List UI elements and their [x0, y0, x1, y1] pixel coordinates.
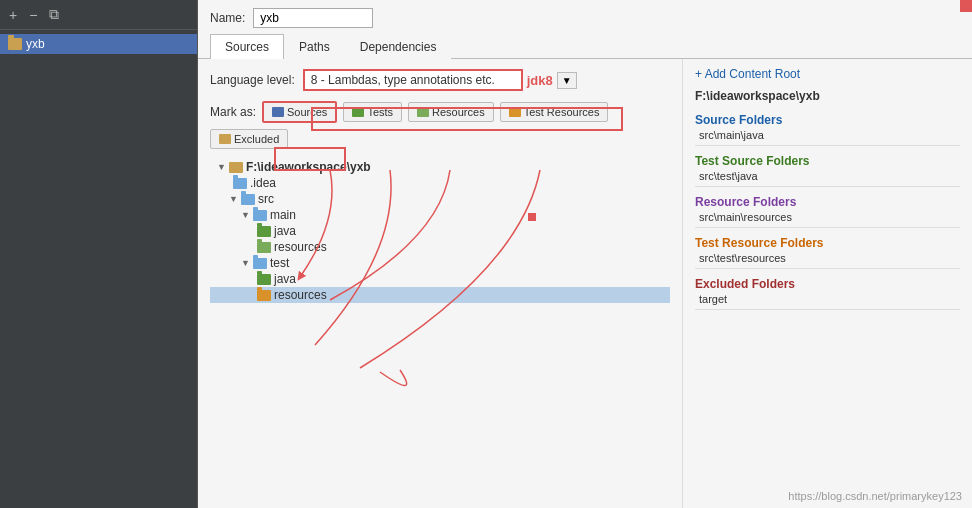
- resources-icon: [417, 107, 429, 117]
- excluded-icon: [219, 134, 231, 144]
- mark-as-excluded-button[interactable]: Excluded: [210, 129, 288, 149]
- name-input[interactable]: [253, 8, 373, 28]
- tree-row-main-resources[interactable]: resources: [210, 239, 670, 255]
- language-level-label: Language level:: [210, 73, 295, 87]
- tree-row-src[interactable]: ▼ src: [210, 191, 670, 207]
- expand-icon-test: ▼: [241, 258, 250, 268]
- test-resources-button-label: Test Resources: [524, 106, 600, 118]
- tree-row-test-java[interactable]: java: [210, 271, 670, 287]
- file-tree: ▼ F:\ideaworkspace\yxb .idea: [210, 159, 670, 303]
- mark-as-test-resources-button[interactable]: Test Resources: [500, 102, 609, 122]
- expand-icon-root: ▼: [217, 162, 226, 172]
- tree-label-main-java: java: [274, 224, 296, 238]
- tree-label-main-resources: resources: [274, 240, 327, 254]
- source-folders-path: src\main\java: [695, 129, 960, 146]
- language-level-select[interactable]: 8 - Lambdas, type annotations etc.: [303, 69, 523, 91]
- right-panel: Name: Sources Paths Dependencies Languag…: [198, 0, 972, 508]
- tree-label-test-resources: resources: [274, 288, 327, 302]
- sources-icon: [272, 107, 284, 117]
- module-item-yxb[interactable]: yxb: [0, 34, 197, 54]
- module-label: yxb: [26, 37, 45, 51]
- excluded-folders-title: Excluded Folders: [695, 277, 960, 291]
- excluded-folders-path: target: [695, 293, 960, 310]
- test-resource-folders-path: src\test\resources: [695, 252, 960, 269]
- resources-button-label: Resources: [432, 106, 485, 118]
- mark-as-resources-button[interactable]: Resources: [408, 102, 494, 122]
- language-level-row: Language level: 8 - Lambdas, type annota…: [210, 69, 670, 91]
- copy-button[interactable]: ⧉: [46, 4, 62, 25]
- module-folder-icon: [8, 38, 22, 50]
- tree-label-main: main: [270, 208, 296, 222]
- mark-as-label: Mark as:: [210, 105, 256, 119]
- jdk-label: jdk8: [527, 73, 553, 88]
- left-toolbar: + − ⧉: [0, 0, 197, 30]
- remove-button[interactable]: −: [26, 5, 40, 25]
- mark-as-row: Mark as: Sources Tests Resources: [210, 101, 670, 149]
- tests-button-label: Tests: [367, 106, 393, 118]
- expand-icon-src: ▼: [229, 194, 238, 204]
- tabs-bar: Sources Paths Dependencies: [198, 34, 972, 59]
- add-button[interactable]: +: [6, 5, 20, 25]
- test-java-folder-icon: [257, 274, 271, 285]
- name-label: Name:: [210, 11, 245, 25]
- tab-sources[interactable]: Sources: [210, 34, 284, 59]
- tree-label-root: F:\ideaworkspace\yxb: [246, 160, 371, 174]
- tree-row-idea[interactable]: .idea: [210, 175, 670, 191]
- name-row: Name:: [198, 0, 972, 34]
- tree-row-main-java[interactable]: java: [210, 223, 670, 239]
- add-content-root-link[interactable]: + Add Content Root: [695, 67, 960, 81]
- tree-label-idea: .idea: [250, 176, 276, 190]
- tests-icon: [352, 107, 364, 117]
- tree-row-root[interactable]: ▼ F:\ideaworkspace\yxb: [210, 159, 670, 175]
- test-resources-icon: [509, 107, 521, 117]
- red-corner-indicator: [960, 0, 972, 12]
- tree-row-main[interactable]: ▼ main: [210, 207, 670, 223]
- tree-row-test[interactable]: ▼ test: [210, 255, 670, 271]
- tree-label-src: src: [258, 192, 274, 206]
- test-folder-icon: [253, 258, 267, 269]
- mark-as-tests-button[interactable]: Tests: [343, 102, 402, 122]
- right-sidebar: + Add Content Root F:\ideaworkspace\yxb …: [682, 59, 972, 508]
- tree-label-test: test: [270, 256, 289, 270]
- test-source-folders-path: src\test\java: [695, 170, 960, 187]
- module-tree: yxb: [0, 30, 197, 508]
- tree-row-test-resources[interactable]: resources: [210, 287, 670, 303]
- expand-icon-main: ▼: [241, 210, 250, 220]
- language-select-wrapper: 8 - Lambdas, type annotations etc. jdk8 …: [303, 69, 577, 91]
- left-panel: + − ⧉ yxb: [0, 0, 198, 508]
- test-source-folders-title: Test Source Folders: [695, 154, 960, 168]
- main-java-folder-icon: [257, 226, 271, 237]
- content-root-path: F:\ideaworkspace\yxb: [695, 89, 960, 103]
- main-resources-folder-icon: [257, 242, 271, 253]
- language-dropdown-arrow[interactable]: ▼: [557, 72, 577, 89]
- root-folder-icon: [229, 162, 243, 173]
- test-resources-folder-icon: [257, 290, 271, 301]
- sources-button-label: Sources: [287, 106, 327, 118]
- resource-folders-path: src\main\resources: [695, 211, 960, 228]
- excluded-button-label: Excluded: [234, 133, 279, 145]
- tab-dependencies[interactable]: Dependencies: [345, 34, 452, 59]
- watermark: https://blog.csdn.net/primarykey123: [788, 490, 962, 502]
- tab-paths[interactable]: Paths: [284, 34, 345, 59]
- source-folders-title: Source Folders: [695, 113, 960, 127]
- left-content: Language level: 8 - Lambdas, type annota…: [198, 59, 682, 508]
- src-folder-icon: [241, 194, 255, 205]
- tree-label-test-java: java: [274, 272, 296, 286]
- test-resource-folders-title: Test Resource Folders: [695, 236, 960, 250]
- resource-folders-title: Resource Folders: [695, 195, 960, 209]
- idea-folder-icon: [233, 178, 247, 189]
- main-folder-icon: [253, 210, 267, 221]
- content-area: Language level: 8 - Lambdas, type annota…: [198, 59, 972, 508]
- mark-as-sources-button[interactable]: Sources: [262, 101, 337, 123]
